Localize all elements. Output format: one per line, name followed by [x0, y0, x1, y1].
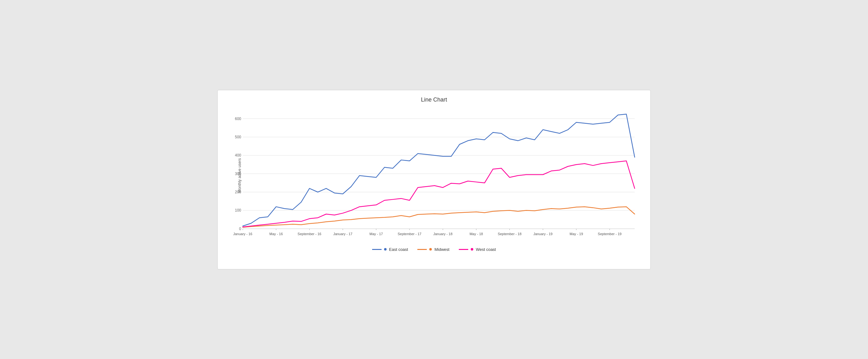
legend-item: West coast — [459, 247, 496, 252]
chart-svg: 0100200300400500600January - 16May - 16S… — [240, 106, 641, 245]
svg-text:100: 100 — [235, 208, 241, 213]
legend-label: West coast — [476, 247, 496, 252]
svg-text:May - 17: May - 17 — [370, 232, 383, 236]
svg-text:January - 19: January - 19 — [533, 232, 552, 236]
svg-text:January - 18: January - 18 — [433, 232, 453, 236]
svg-text:September - 18: September - 18 — [498, 232, 522, 236]
chart-area: Monthly active users 0100200300400500600… — [240, 106, 641, 245]
legend-label: East coast — [389, 247, 408, 252]
svg-text:500: 500 — [235, 135, 241, 139]
chart-container: Line Chart Monthly active users 01002003… — [217, 90, 651, 269]
svg-text:0: 0 — [239, 226, 241, 231]
svg-text:400: 400 — [235, 153, 241, 158]
legend-item: East coast — [372, 247, 408, 252]
svg-text:January - 17: January - 17 — [333, 232, 352, 236]
chart-title: Line Chart — [227, 96, 641, 103]
svg-text:May - 18: May - 18 — [469, 232, 483, 236]
svg-text:600: 600 — [235, 116, 241, 121]
chart-legend: East coastMidwestWest coast — [227, 247, 641, 252]
legend-label: Midwest — [434, 247, 450, 252]
svg-text:May - 16: May - 16 — [270, 232, 283, 236]
svg-text:January - 16: January - 16 — [233, 232, 252, 236]
svg-text:September - 19: September - 19 — [598, 232, 622, 236]
y-axis-label: Monthly active users — [238, 158, 242, 192]
svg-text:September - 16: September - 16 — [298, 232, 321, 236]
svg-text:May - 19: May - 19 — [570, 232, 583, 236]
svg-text:September - 17: September - 17 — [398, 232, 422, 236]
legend-item: Midwest — [417, 247, 450, 252]
